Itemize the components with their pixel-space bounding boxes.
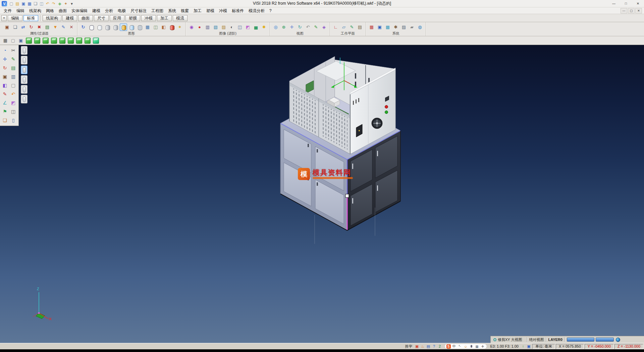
ime-emoji-icon[interactable]: ☺	[464, 344, 468, 349]
snapshot-icon[interactable]: ▣	[376, 24, 383, 31]
attributes-icon[interactable]: ▣	[3, 24, 11, 31]
module-tab[interactable]: 建模	[62, 15, 77, 21]
box-icon[interactable]: ▢	[9, 81, 17, 90]
undo-icon[interactable]: ↶	[45, 1, 51, 7]
texture-icon[interactable]: ▨	[220, 24, 227, 31]
image-icon[interactable]: ▧	[212, 24, 219, 31]
grid-icon[interactable]: ▩	[384, 24, 391, 31]
redline-icon[interactable]: ✎	[1, 90, 9, 98]
mode-tab[interactable]: 编辑	[8, 15, 22, 21]
workplane-icon[interactable]: ▱	[340, 24, 347, 31]
print-icon[interactable]: ❏	[33, 1, 39, 7]
tolerance-meter-1[interactable]	[567, 338, 594, 342]
view-cube-left-icon[interactable]	[51, 38, 57, 44]
child-window-control[interactable]: —	[621, 8, 627, 13]
pan-icon[interactable]: ✛	[288, 24, 296, 31]
wireframe-cylinder-icon[interactable]	[88, 24, 95, 31]
menu-item[interactable]: 电极	[115, 7, 128, 14]
move-icon[interactable]: ✛	[1, 55, 9, 63]
view-cube-bottom-icon[interactable]	[76, 38, 82, 44]
layer-filter-icon[interactable]: ▤	[44, 24, 51, 31]
view-cube-top-icon[interactable]	[68, 38, 74, 44]
tray-case-icon[interactable]: ▤	[426, 344, 431, 349]
stamp-icon[interactable]: ▣	[1, 72, 9, 81]
workplane-edit-icon[interactable]: ✎	[348, 24, 356, 31]
module-tab[interactable]: 冲模	[141, 15, 156, 21]
menu-item[interactable]: 加工	[191, 7, 204, 14]
undo-icon[interactable]: ↶	[9, 90, 17, 98]
rendered-cylinder-icon[interactable]	[120, 24, 127, 31]
minimize-button[interactable]: —	[608, 0, 620, 7]
redo-icon[interactable]: ↷	[51, 1, 57, 7]
burst-display-icon[interactable]: ✶	[176, 24, 183, 31]
swap-filter-icon[interactable]: ↻	[28, 24, 35, 31]
menu-item[interactable]: 尺寸标注	[128, 7, 149, 14]
module-tab[interactable]: 塑膜	[125, 15, 140, 21]
hatch-icon[interactable]: ▨	[400, 24, 408, 31]
palette-icon[interactable]: ◩	[9, 98, 17, 107]
trim-icon[interactable]: ✂	[9, 46, 17, 55]
module-tab[interactable]: 曲面	[78, 15, 93, 21]
module-tab[interactable]: 模流	[173, 15, 187, 21]
module-tab[interactable]: 线架构	[43, 15, 61, 21]
display-mode-5-icon[interactable]	[21, 85, 28, 94]
ime-mic-icon[interactable]	[469, 344, 474, 349]
menu-item[interactable]: 视窗	[178, 7, 191, 14]
print-view-icon[interactable]: ❏	[1, 116, 9, 125]
shaded-cylinder-icon[interactable]	[104, 24, 111, 31]
notebook-icon[interactable]: ▤	[9, 63, 17, 72]
box-display-icon[interactable]: ◫	[152, 24, 159, 31]
menu-item[interactable]: 工程图	[149, 7, 166, 14]
snapshot-icon[interactable]: ◫	[9, 107, 17, 116]
workplane-list-icon[interactable]: ▤	[356, 24, 364, 31]
config-icon[interactable]: ✱	[392, 24, 399, 31]
chain-select-icon[interactable]: ⇄	[19, 24, 27, 31]
view-reference-label[interactable]: 绝对视图	[529, 337, 544, 342]
tray-red-icon[interactable]: ▣	[414, 344, 420, 349]
menu-item[interactable]: 文件	[1, 7, 14, 14]
current-layer-label[interactable]: LAYER0	[548, 338, 562, 342]
attribute-printer-icon[interactable]: ❏	[11, 24, 19, 31]
menu-item[interactable]: 标准件	[229, 7, 246, 14]
shaded-edges-cylinder-icon[interactable]	[112, 24, 119, 31]
module-tab[interactable]: 加工	[157, 15, 172, 21]
measure-icon[interactable]: ∠	[1, 98, 9, 107]
rotate-icon[interactable]: ↻	[1, 63, 9, 72]
menu-item[interactable]: 塑模	[204, 7, 217, 14]
tab-dropdown-icon[interactable]: ▼	[1, 15, 7, 21]
colors-icon[interactable]: ▦	[368, 24, 375, 31]
sogou-logo-icon[interactable]: S	[446, 344, 451, 349]
ime-lang-icon[interactable]: 中	[452, 344, 457, 349]
menu-item[interactable]: 实体编辑	[69, 7, 90, 14]
delete-attributes-icon[interactable]: ✕	[68, 24, 75, 31]
child-window-control[interactable]: ▢	[628, 8, 635, 13]
menu-item[interactable]: ?	[267, 7, 274, 14]
menu-item[interactable]: 冲模	[217, 7, 229, 14]
redraw-icon[interactable]: ✎	[312, 24, 320, 31]
grid-display-icon[interactable]: ▦	[144, 24, 151, 31]
upload-icon[interactable]: ↑	[520, 344, 526, 349]
child-window-control[interactable]: ✕	[635, 8, 642, 13]
display-mode-2-icon[interactable]	[21, 56, 28, 64]
shadow-icon[interactable]: ◐	[228, 24, 235, 31]
solid-icon[interactable]: ◧	[1, 81, 9, 90]
rotate-view-icon[interactable]: ↻	[296, 24, 304, 31]
sketch-icon[interactable]: ✎	[9, 55, 17, 63]
ime-keyboard-icon[interactable]: ▦	[475, 344, 479, 349]
zoom-orbit-icon[interactable]: ◔	[1, 46, 9, 55]
transparent-cylinder-icon[interactable]	[128, 24, 135, 31]
view-mode-icon[interactable]: ◈	[320, 24, 328, 31]
ime-tool-icon[interactable]: ✚	[481, 344, 485, 349]
network-globe-icon[interactable]	[616, 338, 620, 342]
zoom-fit-icon[interactable]: ⊕	[280, 24, 287, 31]
mode-tab[interactable]: 标准	[23, 15, 38, 21]
display-settings-icon[interactable]: ▣	[526, 344, 532, 349]
recent-icon[interactable]: ◈	[57, 1, 63, 7]
menu-item[interactable]: 网格	[44, 7, 56, 14]
display-mode-6-icon[interactable]	[21, 95, 28, 103]
view-screen-icon[interactable]: ▣	[17, 37, 24, 44]
menu-item[interactable]: 建模	[90, 7, 103, 14]
view-cube-back-icon[interactable]	[43, 38, 49, 44]
module-tab[interactable]: 尺寸	[94, 15, 109, 21]
save-icon[interactable]: ▣	[20, 1, 26, 7]
